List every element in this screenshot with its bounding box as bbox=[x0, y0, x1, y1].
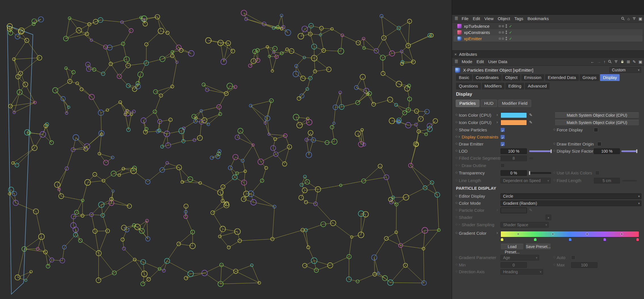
xpemitter-icon[interactable] bbox=[457, 36, 462, 41]
viewport-canvas[interactable] bbox=[0, 0, 452, 299]
menu-user-data[interactable]: User Data bbox=[488, 59, 507, 64]
object-name[interactable]: xpTurbulence bbox=[464, 24, 489, 29]
forward-arrow-icon[interactable] bbox=[597, 60, 601, 64]
filter-icon[interactable] bbox=[632, 17, 636, 21]
gradient-bar[interactable] bbox=[501, 231, 639, 237]
preset-dropdown[interactable]: Custom bbox=[609, 67, 641, 73]
menu-mode[interactable]: Mode bbox=[462, 59, 472, 64]
draw-emitter-checkbox[interactable] bbox=[501, 142, 505, 146]
subtab-hud[interactable]: HUD bbox=[481, 100, 497, 107]
editor-visibility-dot[interactable] bbox=[506, 37, 507, 38]
icon-color-cpu-swatch[interactable] bbox=[501, 112, 527, 118]
editor-visibility-dot[interactable] bbox=[506, 31, 507, 32]
lock-icon[interactable] bbox=[620, 60, 624, 64]
layer-square-icon[interactable] bbox=[502, 38, 504, 40]
object-name[interactable]: xpConstraints bbox=[464, 30, 490, 35]
expand-arrow-icon[interactable] bbox=[497, 230, 498, 235]
gradient-bias-handle[interactable] bbox=[552, 233, 554, 235]
layer-square-icon[interactable] bbox=[499, 25, 501, 27]
editor-display-dropdown[interactable]: Circle bbox=[501, 193, 641, 199]
layer-square-icon[interactable] bbox=[502, 31, 504, 33]
render-visibility-dot[interactable] bbox=[506, 33, 507, 34]
viewport-3d[interactable] bbox=[0, 0, 452, 299]
expand-arrow-icon[interactable] bbox=[497, 112, 498, 117]
subtab-particles[interactable]: Particles bbox=[456, 100, 480, 107]
tab-emission[interactable]: Emission bbox=[521, 74, 544, 81]
icon-color-gpu-swatch[interactable] bbox=[501, 120, 527, 125]
force-display-checkbox[interactable] bbox=[594, 128, 598, 132]
tab-basic[interactable]: Basic bbox=[456, 74, 472, 81]
save-preset-button[interactable]: Save Preset... bbox=[525, 244, 551, 250]
draw-emitter-origin-checkbox[interactable] bbox=[597, 142, 601, 146]
color-mode-dropdown[interactable]: Gradient (Random) bbox=[501, 200, 641, 206]
gradient-knot[interactable] bbox=[501, 238, 504, 241]
panel-icon[interactable] bbox=[639, 60, 642, 64]
edit-icon[interactable] bbox=[633, 60, 636, 64]
load-preset-button[interactable]: Load Preset... bbox=[501, 244, 524, 250]
layer-square-icon[interactable] bbox=[499, 31, 501, 33]
gradient-bias-handle[interactable] bbox=[620, 233, 623, 235]
match-gpu-button[interactable]: Match System Object Color (GPU) bbox=[555, 120, 639, 126]
display-size-factor-slider[interactable] bbox=[621, 150, 637, 152]
object-row-xpconstraints[interactable]: xpConstraints bbox=[453, 29, 643, 35]
hamburger-icon[interactable] bbox=[455, 16, 458, 20]
transparency-slider[interactable] bbox=[529, 172, 551, 174]
tab-questions[interactable]: Questions bbox=[456, 83, 481, 89]
layer-square-icon[interactable] bbox=[502, 25, 504, 27]
gradient-knot[interactable] bbox=[569, 238, 572, 241]
menu-file[interactable]: File bbox=[462, 16, 468, 21]
menu-view[interactable]: View bbox=[484, 16, 493, 21]
object-name[interactable]: xpEmitter bbox=[464, 36, 482, 41]
display-size-factor-field[interactable]: 100 % bbox=[594, 148, 620, 154]
tab-groups[interactable]: Groups bbox=[580, 74, 599, 81]
subtab-modifier-field[interactable]: Modifier Field bbox=[498, 100, 531, 107]
home-icon[interactable] bbox=[627, 17, 630, 21]
enabled-check-icon[interactable] bbox=[509, 24, 512, 28]
expand-arrow-icon[interactable] bbox=[459, 134, 460, 139]
lod-slider[interactable] bbox=[529, 150, 551, 152]
filter-icon[interactable] bbox=[614, 60, 618, 64]
tab-coordinates[interactable]: Coordinates bbox=[473, 74, 502, 81]
enabled-check-icon[interactable] bbox=[509, 31, 512, 34]
transparency-field[interactable]: 0 % bbox=[501, 170, 527, 176]
lod-value-field[interactable]: 100 % bbox=[501, 148, 527, 154]
xpconstraints-icon[interactable] bbox=[457, 30, 462, 35]
menu-edit[interactable]: Edit bbox=[477, 59, 484, 64]
gradient-bias-handle[interactable] bbox=[517, 233, 520, 235]
show-particles-checkbox[interactable] bbox=[501, 128, 505, 132]
layer-square-icon[interactable] bbox=[499, 38, 501, 40]
gradient-knot[interactable] bbox=[603, 238, 606, 241]
back-arrow-icon[interactable] bbox=[590, 60, 594, 64]
object-row-xpturbulence[interactable]: xpTurbulence bbox=[453, 23, 643, 29]
tab-editing[interactable]: Editing bbox=[505, 83, 524, 89]
hamburger-icon[interactable] bbox=[455, 59, 458, 63]
editor-visibility-dot[interactable] bbox=[506, 24, 507, 26]
tab-object[interactable]: Object bbox=[502, 74, 520, 81]
xpturbulence-icon[interactable] bbox=[457, 24, 462, 28]
menu-bookmarks[interactable]: Bookmarks bbox=[527, 16, 549, 21]
render-visibility-dot[interactable] bbox=[506, 26, 507, 28]
close-icon[interactable] bbox=[454, 52, 457, 57]
enabled-check-icon[interactable] bbox=[509, 37, 512, 40]
search-icon[interactable] bbox=[608, 60, 612, 64]
tab-display[interactable]: Display bbox=[600, 74, 620, 81]
search-icon[interactable] bbox=[621, 17, 625, 21]
up-arrow-icon[interactable] bbox=[603, 60, 605, 64]
edit-color-icon[interactable] bbox=[529, 120, 533, 125]
expand-arrow-icon[interactable] bbox=[497, 120, 498, 124]
panel-icon[interactable] bbox=[639, 17, 642, 21]
object-row-xpemitter[interactable]: xpEmitter bbox=[453, 35, 643, 42]
gradient-knot[interactable] bbox=[636, 238, 639, 241]
grid-icon[interactable] bbox=[627, 60, 630, 64]
tab-modifiers[interactable]: Modifiers bbox=[482, 83, 505, 89]
menu-object[interactable]: Object bbox=[498, 16, 510, 21]
filled-circle-segments-field[interactable]: 8 bbox=[501, 155, 527, 161]
menu-edit[interactable]: Edit bbox=[473, 16, 480, 21]
gradient-knot[interactable] bbox=[534, 238, 537, 241]
tab-advanced[interactable]: Advanced bbox=[525, 83, 550, 89]
gradient-bias-handle[interactable] bbox=[586, 233, 588, 235]
menu-tags[interactable]: Tags bbox=[514, 16, 523, 21]
render-visibility-dot[interactable] bbox=[506, 39, 507, 40]
match-cpu-button[interactable]: Match System Object Color (CPU) bbox=[555, 112, 639, 118]
tab-extended-data[interactable]: Extended Data bbox=[545, 74, 579, 81]
